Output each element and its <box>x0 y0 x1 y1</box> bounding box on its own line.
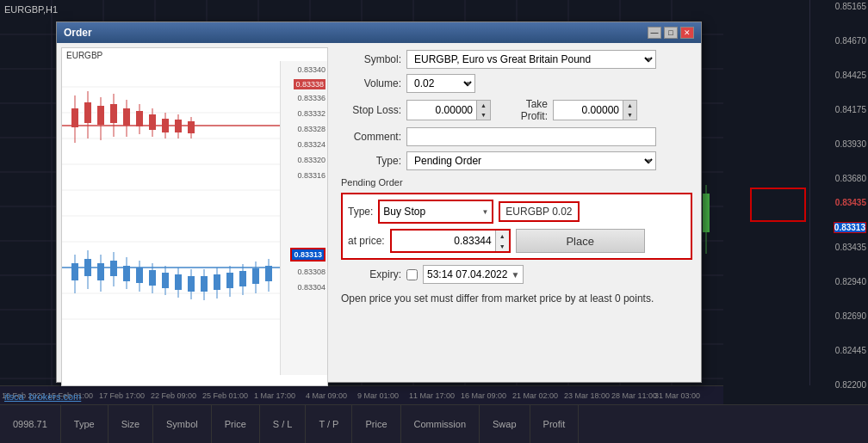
inner-chart-title: EURGBP <box>66 51 102 60</box>
take-profit-input-wrapper[interactable]: ▲ ▼ <box>553 100 637 120</box>
order-type-select[interactable]: Pending Order <box>406 151 656 170</box>
symbol-select[interactable]: EURGBP, Euro vs Great Britain Pound <box>406 50 656 69</box>
at-price-input[interactable] <box>392 231 495 251</box>
symbol-select-wrapper[interactable]: EURGBP, Euro vs Great Britain Pound <box>406 50 656 69</box>
svg-rect-177 <box>175 274 182 290</box>
svg-rect-141 <box>71 108 78 127</box>
take-profit-spinners: ▲ ▼ <box>623 101 636 120</box>
pending-type-label: Type: <box>348 206 373 218</box>
svg-rect-179 <box>188 276 195 292</box>
svg-rect-169 <box>123 266 130 281</box>
right-price-axis: 0.85165 0.84670 0.84425 0.84175 0.83930 … <box>809 0 868 385</box>
date-11: 23 Mar 18:00 <box>564 391 610 400</box>
at-price-down[interactable]: ▼ <box>495 241 509 251</box>
inner-chart-panel: EURGBP <box>61 47 328 386</box>
date-10: 21 Mar 02:00 <box>512 391 558 400</box>
svg-rect-189 <box>252 268 259 284</box>
order-type-select-wrapper[interactable]: Pending Order <box>406 151 656 170</box>
inner-price-11: 0.83304 <box>297 283 326 292</box>
type-label: Type: <box>341 155 401 167</box>
dialog-titlebar: Order — □ ✕ <box>57 22 701 43</box>
volume-select-wrapper[interactable]: 0.02 <box>406 74 475 93</box>
pending-section-title: Pending Order <box>341 177 692 188</box>
stop-loss-up[interactable]: ▲ <box>476 101 490 110</box>
svg-rect-33 <box>703 194 710 232</box>
price-0: 0.85165 <box>835 2 866 11</box>
order-dialog: Order — □ ✕ EURGBP <box>56 22 702 383</box>
stop-loss-input[interactable] <box>407 101 476 120</box>
date-2: 17 Feb 17:00 <box>99 391 145 400</box>
comment-input[interactable] <box>406 127 656 146</box>
price-1: 0.84670 <box>835 36 866 46</box>
expiry-dropdown-icon[interactable]: ▼ <box>511 270 519 280</box>
comment-label: Comment: <box>341 131 401 143</box>
expiry-checkbox[interactable] <box>406 269 418 280</box>
expiry-datetime[interactable]: 53:14 07.04.2022 ▼ <box>423 265 524 284</box>
price-2: 0.84425 <box>835 71 866 80</box>
date-9: 16 Mar 09:00 <box>461 391 506 400</box>
minimize-button[interactable]: — <box>648 27 661 39</box>
inner-price-7: 0.83320 <box>297 156 326 164</box>
symbol-row: Symbol: EURGBP, Euro vs Great Britain Po… <box>341 50 692 69</box>
close-button[interactable]: ✕ <box>680 27 694 39</box>
dialog-body: EURGBP <box>57 43 701 382</box>
take-profit-up[interactable]: ▲ <box>623 101 636 110</box>
date-12: 28 Mar 11:00 <box>611 391 657 400</box>
pending-type-select[interactable]: Buy Stop Buy Limit Sell Stop Sell Limit <box>380 201 492 222</box>
date-4: 25 Feb 01:00 <box>202 391 248 400</box>
expiry-row: Expiry: 53:14 07.04.2022 ▼ <box>341 265 692 284</box>
price-red: 0.83435 <box>835 198 866 207</box>
price-9: 0.82445 <box>835 346 866 355</box>
date-7: 9 Mar 01:00 <box>357 391 399 400</box>
stop-loss-down[interactable]: ▼ <box>476 110 490 120</box>
at-price-row: at price: ▲ ▼ Place <box>348 229 685 253</box>
svg-rect-187 <box>239 271 246 286</box>
svg-rect-157 <box>175 120 182 132</box>
svg-rect-183 <box>214 274 220 290</box>
col-swap: Swap <box>480 405 530 443</box>
col-price2: Price <box>352 405 400 443</box>
inner-price-3: 0.83336 <box>297 94 326 102</box>
svg-rect-175 <box>162 273 169 288</box>
svg-rect-159 <box>188 121 195 133</box>
dialog-title: Order <box>64 27 92 39</box>
date-6: 4 Mar 09:00 <box>306 391 347 400</box>
volume-select[interactable]: 0.02 <box>406 74 475 93</box>
pending-type-select-wrapper[interactable]: Buy Stop Buy Limit Sell Stop Sell Limit <box>378 200 493 224</box>
inner-price-5: 0.83328 <box>297 125 326 133</box>
inner-price-red: 0.83338 <box>294 80 326 89</box>
expiry-label: Expiry: <box>341 268 401 280</box>
inner-price-1: 0.83340 <box>297 65 326 74</box>
take-profit-input[interactable] <box>554 101 623 120</box>
pending-type-row: Type: Buy Stop Buy Limit Sell Stop Sell … <box>348 200 685 224</box>
at-price-label: at price: <box>348 235 385 247</box>
take-profit-down[interactable]: ▼ <box>623 110 636 120</box>
inner-price-blue: 0.83313 <box>290 250 326 259</box>
svg-rect-191 <box>265 266 272 281</box>
comment-row: Comment: <box>341 127 692 146</box>
svg-rect-167 <box>110 261 117 276</box>
col-type: Type <box>61 405 108 443</box>
svg-rect-149 <box>123 108 130 126</box>
svg-rect-165 <box>97 263 104 280</box>
stop-loss-input-wrapper[interactable]: ▲ ▼ <box>406 100 491 120</box>
svg-rect-151 <box>136 111 143 126</box>
maximize-button[interactable]: □ <box>664 27 678 39</box>
svg-rect-185 <box>226 273 233 288</box>
watermark: itsca_brokers.com <box>4 391 81 402</box>
at-price-input-wrapper[interactable]: ▲ ▼ <box>390 229 511 253</box>
inner-price-4: 0.83332 <box>297 109 326 118</box>
stop-loss-spinners: ▲ ▼ <box>476 101 490 120</box>
svg-rect-173 <box>149 270 156 286</box>
date-13: 31 Mar 03:00 <box>654 391 700 400</box>
svg-rect-171 <box>136 268 143 283</box>
place-button[interactable]: Place <box>516 229 645 253</box>
col-tp: T / P <box>306 405 352 443</box>
svg-rect-161 <box>71 263 78 280</box>
at-price-up[interactable]: ▲ <box>495 231 509 241</box>
title-buttons: — □ ✕ <box>648 27 694 39</box>
date-axis: 10 Feb 2022 15 Feb 01:00 17 Feb 17:00 22… <box>0 385 723 404</box>
svg-rect-181 <box>201 276 208 292</box>
volume-label: Volume: <box>341 77 401 89</box>
col-price: Price <box>212 405 260 443</box>
